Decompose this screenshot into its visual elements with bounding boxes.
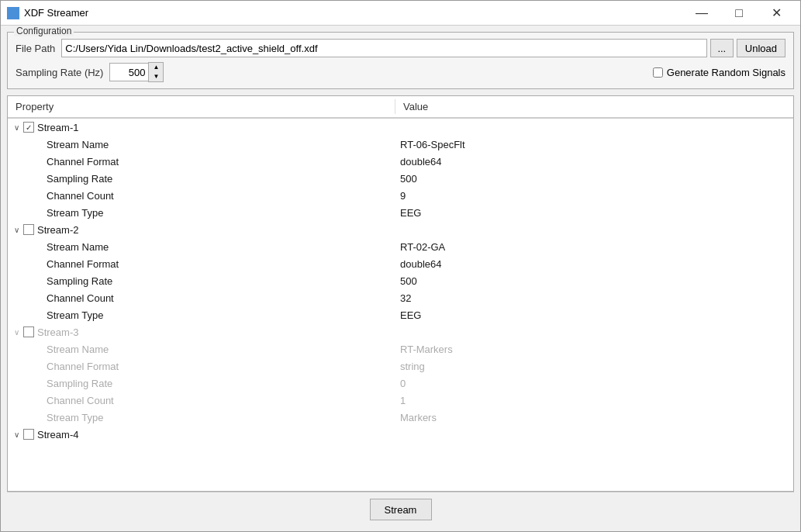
table-header: Property Value xyxy=(8,96,793,119)
property-name: Sampling Rate xyxy=(43,378,392,389)
stream-name: Stream-4 xyxy=(37,429,78,440)
stream-button[interactable]: Stream xyxy=(370,499,432,520)
property-row: Stream TypeEEG xyxy=(8,306,793,323)
file-path-label: File Path xyxy=(16,43,55,54)
stream-name: Stream-2 xyxy=(37,224,78,236)
col-property-header: Property xyxy=(8,99,395,114)
property-row: Channel Formatstring xyxy=(8,358,793,375)
config-group-label: Configuration xyxy=(14,26,74,36)
property-value: EEG xyxy=(392,309,793,321)
property-row: Sampling Rate500 xyxy=(8,272,793,289)
stream-row[interactable]: ∨Stream-3 xyxy=(8,323,793,340)
minimize-button[interactable]: — xyxy=(684,2,720,25)
stream-name: Stream-1 xyxy=(37,122,78,133)
config-group: Configuration File Path ... Unload Sampl… xyxy=(7,32,794,89)
main-content: Configuration File Path ... Unload Sampl… xyxy=(1,26,800,531)
property-value: 500 xyxy=(392,275,793,287)
property-value: 9 xyxy=(392,190,793,202)
app-icon xyxy=(7,7,19,19)
stream-row[interactable]: ∨Stream-1 xyxy=(8,119,793,136)
expand-icon[interactable]: ∨ xyxy=(11,224,22,235)
property-value: 0 xyxy=(392,378,793,389)
property-name: Channel Format xyxy=(43,258,392,270)
main-window: XDF Streamer — □ ✕ Configuration File Pa… xyxy=(0,0,801,532)
file-path-input[interactable] xyxy=(61,39,706,57)
property-row: Stream NameRT-02-GA xyxy=(8,238,793,255)
expand-icon[interactable]: ∨ xyxy=(11,122,22,133)
property-value: double64 xyxy=(392,258,793,270)
property-value: RT-Markers xyxy=(392,344,793,355)
property-name: Stream Name xyxy=(43,241,392,253)
property-name: Channel Format xyxy=(43,156,392,168)
close-button[interactable]: ✕ xyxy=(758,2,794,25)
col-value-header: Value xyxy=(395,99,793,114)
property-row: Stream NameRT-06-SpecFlt xyxy=(8,136,793,153)
property-name: Stream Name xyxy=(43,139,392,150)
property-value: RT-06-SpecFlt xyxy=(392,139,793,150)
property-value: string xyxy=(392,361,793,372)
property-value: double64 xyxy=(392,156,793,168)
property-name: Channel Format xyxy=(43,361,392,372)
property-value: EEG xyxy=(392,207,793,219)
title-bar: XDF Streamer — □ ✕ xyxy=(1,1,800,26)
property-value: RT-02-GA xyxy=(392,241,793,253)
expand-icon[interactable]: ∨ xyxy=(11,429,22,440)
maximize-button[interactable]: □ xyxy=(721,2,757,25)
stream-name: Stream-3 xyxy=(37,326,78,338)
property-row: Channel Formatdouble64 xyxy=(8,153,793,170)
property-name: Channel Count xyxy=(43,292,392,304)
streams-table: Property Value ∨Stream-1Stream NameRT-06… xyxy=(7,95,794,492)
sampling-row: Sampling Rate (Hz) ▲ ▼ Generate Random S… xyxy=(16,62,785,82)
property-name: Channel Count xyxy=(43,395,392,406)
window-title: XDF Streamer xyxy=(24,7,684,19)
property-row: Sampling Rate500 xyxy=(8,170,793,187)
window-controls: — □ ✕ xyxy=(684,2,794,25)
property-row: Stream NameRT-Markers xyxy=(8,340,793,358)
property-value: 32 xyxy=(392,292,793,304)
property-row: Channel Count9 xyxy=(8,187,793,204)
browse-button[interactable]: ... xyxy=(710,39,734,57)
property-row: Stream TypeEEG xyxy=(8,204,793,221)
stream-checkbox[interactable] xyxy=(23,224,34,235)
random-signals-checkbox[interactable] xyxy=(653,67,663,78)
expand-icon[interactable]: ∨ xyxy=(11,326,22,337)
sampling-rate-label: Sampling Rate (Hz) xyxy=(16,67,103,78)
property-value: 1 xyxy=(392,395,793,406)
property-name: Sampling Rate xyxy=(43,173,392,185)
property-name: Channel Count xyxy=(43,190,392,202)
spinbox-controls: ▲ ▼ xyxy=(148,62,164,82)
stream-checkbox[interactable] xyxy=(23,326,34,337)
stream-checkbox[interactable] xyxy=(23,429,34,440)
property-row: Sampling Rate0 xyxy=(8,375,793,392)
stream-row[interactable]: ∨Stream-2 xyxy=(8,221,793,238)
spinbox-up-button[interactable]: ▲ xyxy=(149,63,163,72)
property-name: Stream Type xyxy=(43,309,392,321)
bottom-bar: Stream xyxy=(7,492,794,525)
property-name: Stream Type xyxy=(43,207,392,219)
random-signals-container: Generate Random Signals xyxy=(164,67,785,78)
property-value: 500 xyxy=(392,173,793,185)
unload-button[interactable]: Unload xyxy=(737,39,785,57)
file-path-row: File Path ... Unload xyxy=(16,39,785,57)
sampling-rate-spinbox: ▲ ▼ xyxy=(109,62,164,82)
property-row: Channel Count1 xyxy=(8,392,793,409)
table-body: ∨Stream-1Stream NameRT-06-SpecFltChannel… xyxy=(8,119,793,491)
random-signals-label[interactable]: Generate Random Signals xyxy=(653,67,785,78)
property-row: Channel Count32 xyxy=(8,289,793,306)
sampling-rate-input[interactable] xyxy=(109,63,148,81)
property-value: Markers xyxy=(392,412,793,423)
property-name: Stream Type xyxy=(43,412,392,423)
random-signals-text: Generate Random Signals xyxy=(667,67,785,78)
property-name: Stream Name xyxy=(43,344,392,355)
spinbox-down-button[interactable]: ▼ xyxy=(149,72,163,81)
stream-row[interactable]: ∨Stream-4 xyxy=(8,426,793,443)
property-row: Stream TypeMarkers xyxy=(8,409,793,426)
stream-checkbox[interactable] xyxy=(23,122,34,133)
property-name: Sampling Rate xyxy=(43,275,392,287)
property-row: Channel Formatdouble64 xyxy=(8,255,793,272)
